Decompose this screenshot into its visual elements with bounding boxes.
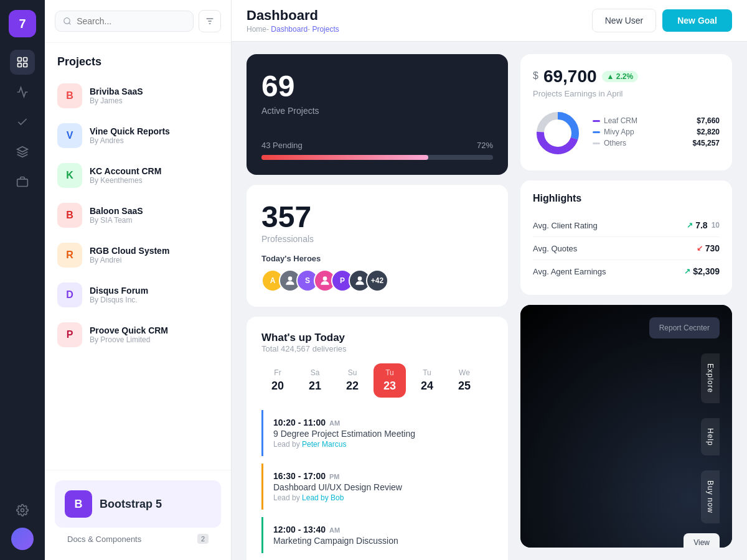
sidebar-title: Projects (45, 43, 231, 76)
earnings-currency: $ (533, 70, 538, 82)
nav-icon-chart[interactable] (10, 80, 35, 105)
project-item-5[interactable]: D Disqus Forum By Disqus Inc. (45, 275, 231, 315)
progress-pct: 72% (477, 141, 493, 150)
event-2-lead: Lead by Lead by Bob (273, 493, 493, 502)
event-2: 16:30 - 17:00 PM Dashboard UI/UX Design … (261, 464, 493, 510)
cal-day-24[interactable]: Tu 24 (411, 363, 443, 398)
highlight-agent-earnings: Avg. Agent Earnings ↗ $2,309 (533, 260, 720, 282)
project-name-5: Disqus Forum (90, 286, 148, 296)
project-name-0: Briviba SaaS (90, 86, 143, 96)
trend-up-icon: ↗ (687, 221, 693, 230)
active-projects-count: 69 (261, 69, 493, 103)
cal-day-20[interactable]: Fr 20 (261, 363, 294, 398)
explore-tab[interactable]: Explore (701, 353, 720, 403)
event-3: 12:00 - 13:40 AM Marketing Campaign Disc… (261, 517, 493, 553)
nav-icon-briefcase[interactable] (10, 169, 35, 194)
event-1-time: 10:20 - 11:00 AM (273, 418, 493, 427)
heroes-label: Today's Heroes (261, 254, 493, 263)
project-item-0[interactable]: B Briviba SaaS By James (45, 76, 231, 116)
svg-point-14 (358, 276, 362, 281)
help-tab[interactable]: Help (701, 418, 720, 456)
event-2-lead-link[interactable]: Lead by Bob (302, 493, 344, 502)
bootstrap-title: Bootstrap 5 (100, 498, 162, 511)
search-icon (63, 16, 72, 26)
progress-bar-fill (261, 155, 428, 160)
topbar: Dashboard Home- Dashboard- Projects New … (232, 0, 747, 42)
filter-button[interactable] (199, 10, 221, 32)
bootstrap-icon: B (65, 490, 92, 518)
svg-rect-5 (17, 179, 28, 187)
earnings-badge: ▲ 2.2% (602, 71, 639, 82)
sidebar-footer: B Bootstrap 5 Docs & Components 2 (45, 470, 231, 560)
highlights-card: Highlights Avg. Client Rating ↗ 7.810 Av… (520, 180, 732, 295)
nav-icon-grid[interactable] (10, 50, 35, 75)
svg-point-6 (21, 509, 24, 512)
new-goal-button[interactable]: New Goal (662, 9, 732, 32)
svg-line-8 (69, 23, 71, 25)
earnings-top: $ 69,700 ▲ 2.2% (533, 67, 720, 86)
highlight-quotes: Avg. Quotes ↙ 730 (533, 237, 720, 260)
project-item-2[interactable]: K KC Account CRM By Keenthemes (45, 156, 231, 195)
event-1-name: 9 Degree Project Estimation Meeting (273, 429, 493, 439)
legend-leaf-crm: Leaf CRM $7,660 (593, 116, 720, 125)
bootstrap-card[interactable]: B Bootstrap 5 (55, 480, 221, 528)
calendar-row: Fr 20 Sa 21 Su 22 Tu 23 (261, 363, 493, 398)
project-item-3[interactable]: B Baloon SaaS By SIA Team (45, 195, 231, 235)
project-icon-3: B (57, 203, 82, 228)
earnings-label: Projects Earnings in April (533, 89, 720, 98)
project-icon-2: K (57, 163, 82, 188)
project-item-4[interactable]: R RGB Cloud System By Andrei (45, 235, 231, 275)
topbar-actions: New User New Goal (592, 9, 732, 32)
event-1-lead: Lead by Peter Marcus (273, 440, 493, 449)
nav-avatar[interactable]: 7 (9, 10, 36, 37)
page-title: Dashboard (247, 7, 339, 24)
filter-icon (205, 16, 215, 26)
highlights-title: Highlights (533, 193, 720, 204)
trend-up-icon-2: ↗ (684, 267, 690, 276)
project-item-6[interactable]: P Proove Quick CRM By Proove Limited (45, 315, 231, 355)
search-input[interactable] (77, 16, 186, 26)
nav-icon-layers[interactable] (10, 139, 35, 164)
earnings-legend: Leaf CRM $7,660 Mivy App $2,820 Others $… (593, 116, 720, 150)
earnings-amount: 69,700 (543, 67, 597, 86)
cal-day-23[interactable]: Tu 23 (374, 363, 406, 398)
view-button[interactable]: View (684, 533, 720, 548)
professionals-card: 357 Professionals Today's Heroes A S P (247, 185, 508, 307)
project-by-4: By Andrei (90, 256, 169, 264)
project-item-1[interactable]: V Vine Quick Reports By Andres (45, 116, 231, 156)
sidebar-docs[interactable]: Docs & Components 2 (55, 528, 221, 550)
cal-day-21[interactable]: Sa 21 (299, 363, 331, 398)
buy-now-tab[interactable]: Buy now (701, 470, 720, 523)
content-right: $ 69,700 ▲ 2.2% Projects Earnings in Apr… (520, 54, 732, 548)
svg-rect-3 (24, 63, 27, 67)
cal-day-25[interactable]: We 25 (448, 363, 481, 398)
pending-label: 43 Pending (261, 141, 303, 150)
avatar-stack: A S P +42 (261, 269, 493, 292)
content-left: 69 Active Projects 43 Pending 72% 357 Pr… (247, 54, 508, 548)
cal-day-22[interactable]: Su 22 (336, 363, 369, 398)
content-area: 69 Active Projects 43 Pending 72% 357 Pr… (232, 42, 747, 560)
nav-icon-check[interactable] (10, 110, 35, 134)
project-by-2: By Keenthemes (90, 176, 161, 185)
project-by-3: By SIA Team (90, 216, 143, 225)
search-box[interactable] (55, 11, 194, 32)
project-name-1: Vine Quick Reports (90, 126, 170, 136)
new-user-button[interactable]: New User (592, 9, 656, 32)
trend-down-icon: ↙ (697, 244, 703, 253)
project-name-4: RGB Cloud System (90, 246, 169, 256)
whatsup-card: What's up Today Total 424,567 deliveries… (247, 317, 508, 560)
project-by-1: By Andres (90, 136, 170, 145)
report-center-button[interactable]: Report Cecnter (649, 317, 720, 338)
project-list: B Briviba SaaS By James V Vine Quick Rep… (45, 76, 231, 470)
project-name-2: KC Account CRM (90, 166, 161, 176)
professionals-count: 357 (261, 200, 493, 234)
earnings-card: $ 69,700 ▲ 2.2% Projects Earnings in Apr… (520, 54, 732, 170)
event-1-lead-link[interactable]: Peter Marcus (302, 440, 346, 449)
heroes-row: Today's Heroes A S P (261, 254, 493, 292)
event-2-name: Dashboard UI/UX Design Review (273, 482, 493, 492)
project-by-6: By Proove Limited (90, 335, 168, 344)
project-icon-6: P (57, 322, 82, 347)
project-icon-0: B (57, 83, 82, 108)
nav-icon-settings[interactable] (10, 498, 35, 523)
nav-user-avatar[interactable] (11, 528, 34, 550)
